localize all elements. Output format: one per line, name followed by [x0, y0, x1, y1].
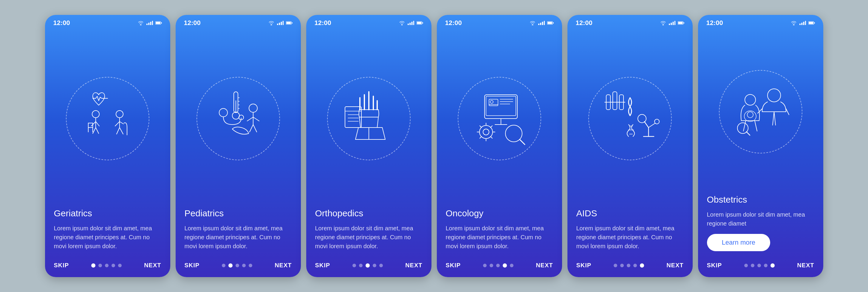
dot-2: [105, 264, 108, 267]
skip-btn-geriatrics[interactable]: SKIP: [54, 262, 69, 269]
icon-area-geriatrics: [45, 29, 170, 208]
bottom-nav-pediatrics: SKIP NEXT: [176, 257, 301, 277]
next-btn-pediatrics[interactable]: NEXT: [275, 262, 291, 269]
skip-btn-pediatrics[interactable]: SKIP: [185, 262, 200, 269]
dot-2-a: [627, 264, 630, 267]
icon-area-orthopedics: [306, 29, 431, 208]
next-btn-oncology[interactable]: NEXT: [536, 262, 553, 269]
dot-3: [112, 264, 115, 267]
svg-point-113: [768, 89, 781, 102]
svg-line-43: [250, 125, 253, 132]
dots-oncology: [483, 263, 514, 267]
bottom-nav-geriatrics: SKIP NEXT: [45, 257, 170, 277]
geriatrics-illustration: [75, 86, 141, 151]
svg-line-20: [120, 122, 123, 124]
svg-rect-92: [683, 22, 684, 24]
svg-rect-86: [669, 24, 670, 25]
svg-point-37: [219, 108, 227, 117]
skip-btn-orthopedics[interactable]: SKIP: [315, 262, 330, 269]
svg-point-102: [654, 119, 659, 124]
dot-1: [98, 264, 102, 267]
svg-rect-52: [345, 107, 362, 128]
svg-line-117: [786, 109, 789, 115]
dot-4: [118, 264, 122, 267]
next-btn-obstetrics[interactable]: NEXT: [797, 262, 814, 269]
dot-3-p: [242, 264, 246, 267]
svg-rect-62: [548, 22, 552, 24]
svg-line-124: [755, 121, 757, 131]
next-btn-geriatrics[interactable]: NEXT: [144, 262, 161, 269]
status-icons-2: [268, 21, 292, 25]
next-btn-orthopedics[interactable]: NEXT: [405, 262, 422, 269]
svg-rect-24: [279, 23, 280, 25]
svg-rect-111: [809, 22, 813, 24]
svg-rect-26: [282, 21, 283, 25]
svg-rect-6: [161, 22, 162, 24]
svg-line-41: [247, 117, 253, 121]
dot-0: [91, 263, 95, 267]
dashed-circle-geriatrics: [66, 77, 149, 160]
text-content-pediatrics: Pediatrics Lorem ipsum dolor sit dim ame…: [176, 208, 301, 257]
time-1: 12:00: [53, 19, 70, 27]
dots-obstetrics: [744, 263, 775, 267]
battery-icon-3: [416, 21, 423, 25]
screen-pediatrics: 12:00: [176, 15, 301, 277]
bottom-nav-orthopedics: SKIP NEXT: [306, 257, 431, 277]
svg-line-82: [480, 136, 482, 138]
screen-title-aids: AIDS: [577, 208, 684, 218]
dot-3-ob: [764, 264, 768, 267]
screen-body-obstetrics: Lorem ipsum dolor sit dim amet, mea regi…: [707, 210, 814, 228]
dot-1-p: [228, 263, 232, 267]
skip-btn-obstetrics[interactable]: SKIP: [707, 262, 722, 269]
dot-1-o: [359, 264, 363, 267]
svg-rect-25: [281, 22, 282, 25]
svg-rect-91: [678, 22, 683, 24]
text-content-obstetrics: Obstetrics Lorem ipsum dolor sit dim ame…: [698, 195, 823, 257]
svg-line-114: [773, 112, 774, 125]
svg-rect-29: [291, 22, 292, 24]
screen-title-geriatrics: Geriatrics: [54, 208, 161, 218]
svg-rect-28: [286, 22, 291, 24]
svg-rect-1: [148, 23, 149, 25]
screen-title-orthopedics: Orthopedics: [315, 208, 423, 218]
wifi-icon-5: [660, 21, 666, 25]
dashed-circle-oncology: [458, 77, 541, 160]
dot-2-o: [366, 263, 370, 267]
signal-icon-4: [538, 21, 545, 25]
skip-btn-oncology[interactable]: SKIP: [446, 262, 461, 269]
svg-rect-46: [409, 23, 411, 25]
svg-rect-5: [156, 22, 160, 24]
screens-container: 12:00: [36, 3, 832, 289]
status-bar-6: 12:00: [698, 15, 823, 29]
dot-3-on: [503, 263, 507, 267]
wifi-icon-1: [137, 21, 144, 25]
screen-title-oncology: Oncology: [446, 208, 553, 218]
signal-icon-1: [146, 21, 153, 25]
dot-0-on: [483, 264, 487, 267]
svg-line-122: [746, 132, 750, 135]
dashed-circle-aids: [588, 77, 672, 160]
text-content-orthopedics: Orthopedics Lorem ipsum dolor sit dim am…: [306, 208, 431, 257]
svg-point-100: [638, 115, 646, 123]
next-btn-aids[interactable]: NEXT: [666, 262, 683, 269]
screen-obstetrics: 12:00: [698, 15, 823, 277]
learn-more-button[interactable]: Learn more: [707, 234, 771, 251]
svg-line-9: [91, 122, 96, 126]
screen-title-pediatrics: Pediatrics: [185, 208, 292, 218]
dashed-circle-orthopedics: [327, 77, 411, 160]
wifi-icon-2: [268, 21, 275, 25]
status-bar-2: 12:00: [176, 15, 301, 29]
icon-area-oncology: [437, 29, 562, 208]
svg-rect-3: [152, 21, 153, 25]
svg-line-21: [117, 128, 120, 134]
svg-point-120: [747, 112, 753, 118]
svg-line-44: [253, 125, 257, 132]
dot-3-o: [373, 264, 376, 267]
dot-0-p: [222, 264, 225, 267]
dot-0-a: [614, 264, 617, 267]
skip-btn-aids[interactable]: SKIP: [577, 262, 592, 269]
dashed-circle-pediatrics: [196, 77, 280, 160]
svg-point-39: [249, 104, 257, 112]
battery-icon-1: [155, 21, 162, 25]
time-5: 12:00: [576, 19, 592, 27]
